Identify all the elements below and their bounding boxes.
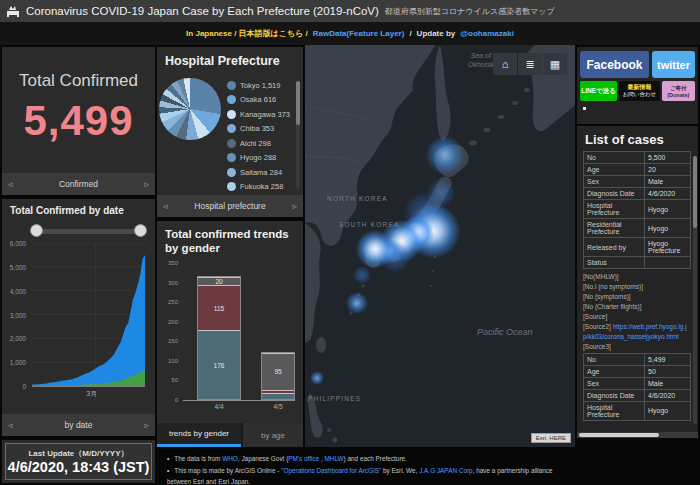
footer-link[interactable]: PM's office xyxy=(288,455,319,462)
date-range-slider[interactable] xyxy=(34,223,143,239)
hospital-legend-item[interactable]: Osaka 616 xyxy=(227,93,295,108)
hospital-legend: Tokyo 1,519Osaka 616Kanagawa 373Chiba 35… xyxy=(227,78,295,196)
case-field-row[interactable]: SexMale xyxy=(584,176,691,188)
info-contact-button[interactable]: 最新情報 お問い合わせ xyxy=(619,81,659,101)
hospital-legend-item[interactable]: Aichi 298 xyxy=(227,136,295,151)
case-field-row[interactable]: No5,500 xyxy=(584,152,691,164)
hospital-scrollbar[interactable] xyxy=(296,81,300,189)
bar-category-label: 4/5 xyxy=(261,400,295,410)
footer-text: ) and each Prefecture. xyxy=(344,455,407,462)
bar-segment xyxy=(262,393,294,399)
case-field-row[interactable]: Residential PrefectureHyogo xyxy=(584,420,691,421)
by-date-plot[interactable] xyxy=(32,243,145,387)
case-field-row[interactable]: Age50 xyxy=(584,365,691,377)
hospital-legend-item[interactable]: Fukuoka 258 xyxy=(227,180,295,195)
hospital-content: Tokyo 1,519Osaka 616Kanagawa 373Chiba 35… xyxy=(157,78,303,196)
legend-button[interactable]: ≣ xyxy=(518,53,542,75)
legend-label: Hyogo 288 xyxy=(240,153,276,162)
legend-icon: ≣ xyxy=(525,58,534,71)
case-field-row[interactable]: Residential PrefectureHyogo xyxy=(584,219,691,238)
author-link[interactable]: @oohamazaki xyxy=(460,29,514,38)
by-date-panel: Total Confirmed by date 6,0005,0004,0003… xyxy=(2,199,155,436)
hospital-legend-item[interactable]: Hyogo 288 xyxy=(227,151,295,166)
total-confirmed-panel: Total Confirmed 5,499 ◃ Confirmed ▹ xyxy=(2,47,155,195)
footer-link[interactable]: MHLW xyxy=(325,455,344,462)
twitter-share-button[interactable]: twitter xyxy=(652,51,695,78)
case-field-row[interactable]: Released byHyogo Prefecture xyxy=(584,238,691,257)
case-field-row[interactable]: Hospital PrefectureHyogo xyxy=(584,200,691,219)
map-panel[interactable]: Sea ofOkhotsk NORTH KOREA SOUTH KOREA Pa… xyxy=(305,45,575,447)
cases-horizontal-scrollbar[interactable] xyxy=(577,432,698,438)
list-of-cases-title: List of cases xyxy=(577,126,698,151)
axis-tick-label: 100 xyxy=(168,358,178,364)
hospital-legend-item[interactable]: Chiba 353 xyxy=(227,122,295,137)
legend-label: Aichi 298 xyxy=(240,139,271,148)
case-field-row[interactable]: Hospital PrefectureHyogo xyxy=(584,401,691,420)
social-row-1: Facebook twitter xyxy=(577,47,698,78)
in-japanese-link[interactable]: In Japanese / 日本語版はこちら / xyxy=(186,28,308,39)
axis-tick-label: 0 xyxy=(175,397,178,403)
cases-body: No5,500Age20SexMaleDiagnosis Date4/6/202… xyxy=(577,151,698,421)
case-meta-line: [Source] xyxy=(583,312,691,322)
home-extent-button[interactable]: ⌂ xyxy=(493,53,517,75)
stacked-bar[interactable]: 17611520 xyxy=(197,276,241,400)
bar-category-label: 4/4 xyxy=(197,400,241,410)
case-field-row[interactable]: Diagnosis Date4/6/2020 xyxy=(584,188,691,200)
case-field-row[interactable]: SexMale xyxy=(584,377,691,389)
hospital-legend-item[interactable]: Kanagawa 373 xyxy=(227,107,295,122)
cases-scrollbar[interactable] xyxy=(693,156,697,424)
basemap-button[interactable]: ▦ xyxy=(543,53,567,75)
case-field-row[interactable]: Status xyxy=(584,257,691,269)
bullet-icon: • xyxy=(167,455,169,462)
footer-link[interactable]: "Operations Dashboard for ArcGIS" xyxy=(281,467,381,474)
last-update-label: Last Update（M/D/YYYY） xyxy=(28,448,128,459)
map-canvas[interactable]: Sea ofOkhotsk NORTH KOREA SOUTH KOREA Pa… xyxy=(305,45,575,447)
facebook-share-button[interactable]: Facebook xyxy=(580,51,649,78)
hospital-legend-item[interactable]: Saitama 284 xyxy=(227,165,295,180)
pager-right-icon[interactable]: ▹ xyxy=(292,201,297,211)
slider-handle-right[interactable] xyxy=(134,224,147,237)
map-attribution: Esri, HERE xyxy=(531,433,571,443)
donate-button[interactable]: ご寄付 (Donate) xyxy=(662,81,695,101)
case-field-row[interactable]: No5,499 xyxy=(584,353,691,365)
tab-trends-by-gender[interactable]: trends by gender xyxy=(157,423,241,447)
stacked-bar[interactable]: 95 xyxy=(261,352,295,400)
scrollbar-thumb[interactable] xyxy=(296,81,300,125)
scrollbar-thumb[interactable] xyxy=(693,156,697,228)
hospital-legend-item[interactable]: Tokyo 1,519 xyxy=(227,78,295,93)
axis-tick-label: 150 xyxy=(168,338,178,344)
pager-right-icon[interactable]: ▹ xyxy=(144,420,149,430)
slider-track[interactable] xyxy=(34,229,143,234)
hospital-prefecture-panel: Hospital Prefecture Tokyo 1,519Osaka 616… xyxy=(157,47,303,217)
legend-bullet-icon xyxy=(227,124,236,133)
social-panel: Facebook twitter LINEで送る 最新情報 お問い合わせ ご寄付… xyxy=(577,47,698,124)
scrollbar-thumb[interactable] xyxy=(579,433,659,437)
footer-link[interactable]: WHO xyxy=(222,455,238,462)
footer-text: by Esri. We, xyxy=(381,467,419,474)
case-field-row[interactable]: Diagnosis Date4/6/2020 xyxy=(584,389,691,401)
legend-bullet-icon xyxy=(227,95,236,104)
pager-label: Confirmed xyxy=(13,179,145,189)
axis-tick-label: 5,000 xyxy=(10,264,26,271)
list-of-cases-panel: List of cases No5,500Age20SexMaleDiagnos… xyxy=(577,126,698,438)
case-field-row[interactable]: Age20 xyxy=(584,164,691,176)
app-logo-icon xyxy=(6,5,20,18)
footer-link[interactable]: J.A.G JAPAN Corp xyxy=(419,467,473,474)
rawdata-link[interactable]: RawData(Feature Layer) xyxy=(313,29,405,38)
case-meta-line: [No (symptoms)] xyxy=(583,292,691,302)
tab-by-age[interactable]: by age xyxy=(243,423,303,447)
footer-text: The data is from xyxy=(174,455,222,462)
by-date-xlabel: 3月 xyxy=(86,389,97,399)
trends-chart: 350300250200150100500 176115204/4954/5 xyxy=(157,263,303,415)
line-share-button[interactable]: LINEで送る xyxy=(580,81,617,101)
by-date-pager: ◃ by date ▹ xyxy=(2,414,155,436)
legend-bullet-icon xyxy=(227,182,236,191)
legend-bullet-icon xyxy=(227,139,236,148)
slider-handle-left[interactable] xyxy=(30,224,43,237)
total-confirmed-title: Total Confirmed xyxy=(2,71,155,91)
legend-label: Osaka 616 xyxy=(240,95,276,104)
hospital-pie-chart[interactable] xyxy=(159,78,221,140)
legend-label: Fukuoka 258 xyxy=(240,182,283,191)
axis-tick-label: 3,000 xyxy=(10,312,26,319)
pager-right-icon[interactable]: ▹ xyxy=(144,179,149,189)
